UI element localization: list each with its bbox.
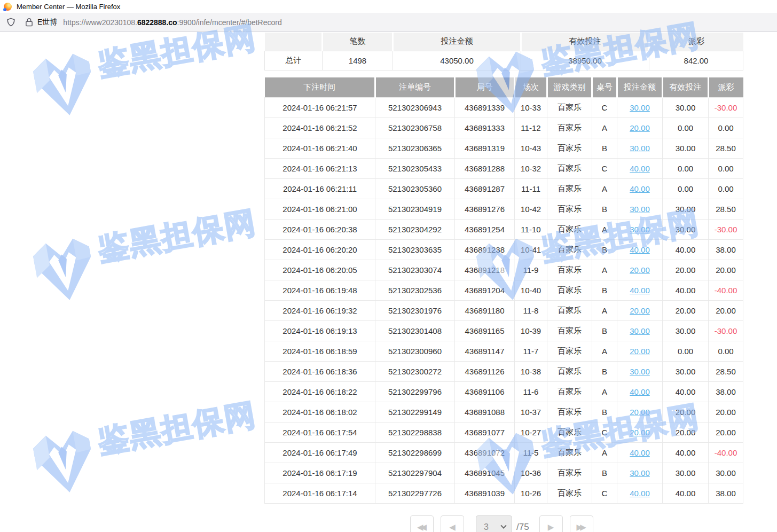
bet-amount-link[interactable]: 30.00	[630, 144, 650, 153]
bet-number-cell: 521302298699	[375, 442, 455, 463]
url-text[interactable]: https://www20230108.6822888.co:9900/infe…	[63, 18, 281, 27]
valid-bet-cell: 0.00	[663, 178, 709, 199]
game-type-cell: 百家乐	[547, 361, 592, 381]
table-row: 2024-01-16 06:20:20521302303635436891238…	[265, 239, 743, 260]
round-number-cell: 436891204	[455, 280, 515, 300]
valid-bet-cell: 0.00	[663, 158, 709, 178]
bet-amount-link[interactable]: 20.00	[630, 123, 650, 132]
bet-amount-cell: 40.00	[617, 239, 663, 260]
column-header: 局号	[455, 77, 515, 97]
bet-amount-cell: 20.00	[617, 300, 663, 320]
bet-number-cell: 521302301976	[375, 300, 455, 320]
url-suffix: :9900/infe/mcenter/#/betRecord	[177, 18, 282, 27]
valid-bet-cell: 40.00	[663, 239, 709, 260]
bet-amount-link[interactable]: 40.00	[630, 184, 650, 193]
bet-amount-cell: 40.00	[617, 442, 663, 463]
game-type-cell: 百家乐	[547, 138, 592, 158]
bet-time-cell: 2024-01-16 06:18:36	[265, 361, 375, 381]
firefox-icon	[4, 3, 12, 11]
game-type-cell: 百家乐	[547, 320, 592, 341]
bet-number-cell: 521302306758	[375, 118, 455, 138]
bet-amount-link[interactable]: 30.00	[630, 205, 650, 214]
table-row: 2024-01-16 06:20:38521302304292436891254…	[265, 219, 743, 239]
session-cell: 10-33	[515, 97, 547, 118]
bet-amount-link[interactable]: 30.00	[630, 367, 650, 376]
bet-amount-link[interactable]: 40.00	[630, 387, 650, 396]
left-arrow-icon: ◀	[449, 522, 456, 532]
bet-number-cell: 521302299149	[375, 402, 455, 422]
payout-cell: 20.00	[709, 402, 743, 422]
bet-amount-link[interactable]: 40.00	[630, 489, 650, 498]
round-number-cell: 436891045	[455, 463, 515, 483]
summary-column-header: 派彩	[649, 33, 743, 51]
table-number-cell: B	[592, 138, 617, 158]
table-row: 2024-01-16 06:18:59521302300960436891147…	[265, 341, 743, 361]
table-row: 2024-01-16 06:21:40521302306365436891319…	[265, 138, 743, 158]
chevron-down-icon	[500, 523, 506, 529]
table-row: 2024-01-16 06:21:00521302304919436891276…	[265, 199, 743, 219]
bet-time-cell: 2024-01-16 06:18:22	[265, 381, 375, 402]
bet-amount-link[interactable]: 40.00	[630, 286, 650, 295]
payout-cell: -30.00	[709, 219, 743, 239]
payout-cell: 30.00	[709, 463, 743, 483]
round-number-cell: 436891147	[455, 341, 515, 361]
right-arrow-icon: ▶	[548, 522, 554, 532]
table-number-cell: B	[592, 199, 617, 219]
game-type-cell: 百家乐	[547, 341, 592, 361]
valid-bet-cell: 40.00	[663, 280, 709, 300]
bet-amount-link[interactable]: 40.00	[630, 164, 650, 173]
column-header: 投注金额	[617, 77, 663, 97]
bet-amount-link[interactable]: 20.00	[630, 428, 650, 437]
session-cell: 11-7	[515, 341, 547, 361]
bet-amount-link[interactable]: 30.00	[630, 326, 650, 335]
bet-number-cell: 521302305360	[375, 178, 455, 199]
payout-cell: 28.50	[709, 138, 743, 158]
window-titlebar: Member Center — Mozilla Firefox	[0, 0, 777, 13]
payout-cell: -30.00	[709, 320, 743, 341]
table-row: 2024-01-16 06:19:32521302301976436891180…	[265, 300, 743, 320]
lock-icon[interactable]	[25, 18, 33, 27]
bet-amount-link[interactable]: 30.00	[630, 225, 650, 234]
game-type-cell: 百家乐	[547, 300, 592, 320]
double-left-arrow-icon: ◀◀	[417, 522, 424, 532]
summary-cell: 38950.00	[521, 51, 649, 70]
valid-bet-cell: 0.00	[663, 341, 709, 361]
summary-total-row: 总计149843050.0038950.00842.00	[265, 51, 743, 70]
valid-bet-cell: 30.00	[663, 97, 709, 118]
session-cell: 10-41	[515, 239, 547, 260]
summary-column-header: 笔数	[323, 33, 393, 51]
round-number-cell: 436891333	[455, 118, 515, 138]
payout-cell: -40.00	[709, 442, 743, 463]
bet-amount-link[interactable]: 20.00	[630, 408, 650, 417]
prev-page-button[interactable]: ◀	[441, 515, 464, 532]
page-select[interactable]: 3	[476, 515, 512, 532]
bet-time-cell: 2024-01-16 06:19:32	[265, 300, 375, 320]
bet-amount-link[interactable]: 20.00	[630, 265, 650, 275]
bet-amount-link[interactable]: 30.00	[630, 468, 650, 478]
next-page-button[interactable]: ▶	[539, 515, 563, 532]
bet-time-cell: 2024-01-16 06:20:38	[265, 219, 375, 239]
payout-cell: 28.50	[709, 199, 743, 219]
payout-cell: -30.00	[709, 97, 743, 118]
bet-amount-link[interactable]: 30.00	[630, 103, 650, 112]
bet-amount-link[interactable]: 40.00	[630, 448, 650, 457]
shield-icon[interactable]	[6, 17, 16, 27]
round-number-cell: 436891126	[455, 361, 515, 381]
bet-amount-link[interactable]: 20.00	[630, 306, 650, 315]
url-bar[interactable]: E世博 https://www20230108.6822888.co:9900/…	[0, 13, 777, 32]
last-page-button[interactable]: ▶▶	[570, 515, 593, 532]
bet-time-cell: 2024-01-16 06:18:02	[265, 402, 375, 422]
table-number-cell: A	[592, 219, 617, 239]
bet-amount-cell: 40.00	[617, 158, 663, 178]
session-cell: 10-43	[515, 138, 547, 158]
table-number-cell: B	[592, 280, 617, 300]
session-cell: 10-39	[515, 320, 547, 341]
round-number-cell: 436891180	[455, 300, 515, 320]
bet-amount-cell: 20.00	[617, 422, 663, 442]
bet-amount-link[interactable]: 20.00	[630, 347, 650, 356]
table-row: 2024-01-16 06:20:05521302303074436891218…	[265, 260, 743, 280]
first-page-button[interactable]: ◀◀	[410, 515, 434, 532]
bet-time-cell: 2024-01-16 06:21:40	[265, 138, 375, 158]
bet-amount-link[interactable]: 40.00	[630, 245, 650, 254]
game-type-cell: 百家乐	[547, 463, 592, 483]
